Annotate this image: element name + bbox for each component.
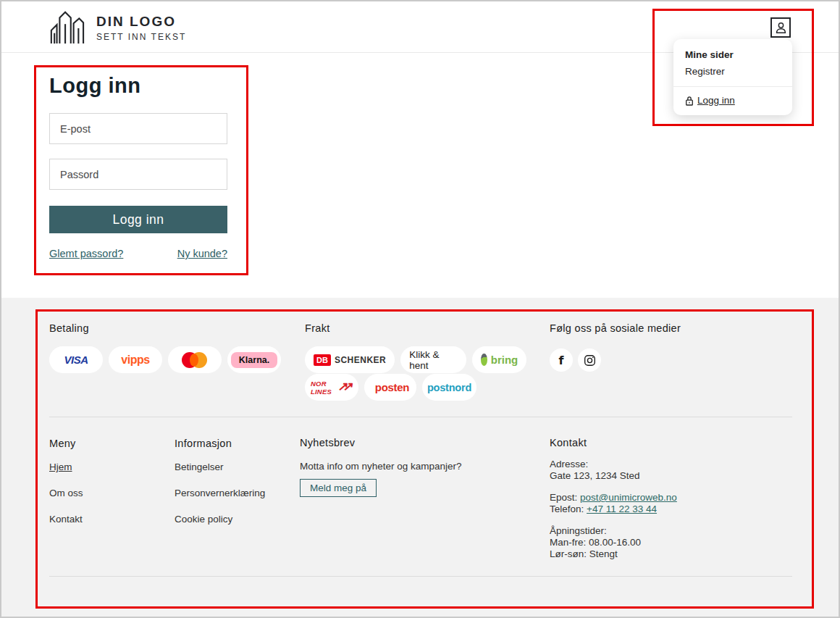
contact-phone-line: Telefon: +47 11 22 33 44 [550, 504, 677, 515]
contact-hours-label: Åpningstider: [550, 525, 677, 537]
norlines-arrows-icon: ↗↗ [337, 379, 349, 394]
contact-address-label: Adresse: [550, 459, 677, 470]
facebook-icon: f [559, 354, 564, 367]
payment-heading: Betaling [49, 322, 89, 334]
contact-email-line: Epost: post@unimicroweb.no [550, 492, 677, 504]
instagram-link[interactable] [578, 348, 601, 372]
info-item-betingelser[interactable]: Betingelser [175, 462, 224, 472]
newsletter-signup-button[interactable]: Meld meg på [300, 479, 377, 497]
login-title: Logg inn [49, 74, 140, 98]
click-collect-label: Klikk & hent [409, 349, 458, 371]
info-item-cookie-policy[interactable]: Cookie policy [175, 514, 232, 525]
forgot-password-link[interactable]: Glemt passord? [49, 248, 123, 259]
user-icon [774, 21, 788, 35]
contact-hours-weekdays: Man-fre: 08.00-16.00 [550, 537, 677, 548]
login-links: Glemt passord? Ny kunde? [49, 248, 227, 259]
dropdown-login-link[interactable]: Logg inn [685, 95, 781, 106]
contact-heading: Kontakt [550, 437, 587, 448]
visa-icon: VISA [64, 354, 88, 366]
db-schenker-badge: DB SCHENKER [305, 346, 395, 373]
menu-item-kontakt[interactable]: Kontakt [49, 514, 83, 525]
bring-badge: bring [472, 346, 526, 373]
logo-text: DIN LOGO SETT INN TEKST [96, 14, 186, 42]
contact-address: Gate 123, 1234 Sted [550, 470, 677, 482]
page: DIN LOGO SETT INN TEKST Mine sider Regis… [0, 0, 840, 618]
new-customer-link[interactable]: Ny kunde? [177, 248, 227, 259]
email-input[interactable] [49, 113, 227, 144]
footer-divider-top [49, 417, 792, 417]
buildings-logo-icon [47, 9, 86, 46]
menu-item-hjem[interactable]: Hjem [49, 462, 72, 472]
newsletter-text: Motta info om nyheter og kampanjer? [300, 461, 462, 472]
information-heading: Informasjon [175, 438, 232, 449]
payment-badges: VISA vipps Klarna. [49, 346, 281, 373]
visa-badge: VISA [49, 346, 103, 373]
contact-hours-weekend: Lør-søn: Stengt [550, 548, 677, 560]
menu-heading: Meny [49, 438, 76, 449]
contact-block: Adresse: Gate 123, 1234 Sted Epost: post… [550, 459, 677, 560]
footer-divider-bottom [49, 576, 792, 577]
shipping-badges-row2: NOR LINES ↗↗ posten postnord [305, 374, 476, 401]
contact-phone-link[interactable]: +47 11 22 33 44 [587, 504, 657, 514]
logo-title: DIN LOGO [96, 14, 186, 30]
menu-item-om-oss[interactable]: Om oss [49, 488, 83, 498]
klarna-badge: Klarna. [227, 346, 281, 373]
facebook-link[interactable]: f [550, 348, 573, 372]
db-icon: DB [314, 354, 331, 366]
mastercard-icon [180, 351, 209, 369]
schenker-label: SCHENKER [335, 355, 386, 365]
vipps-badge: vipps [109, 346, 162, 373]
posten-label: posten [375, 381, 409, 393]
klarna-icon: Klarna. [231, 352, 277, 368]
account-dropdown: Mine sider Registrer Logg inn [673, 39, 792, 115]
logo-subtitle: SETT INN TEKST [96, 32, 186, 42]
shipping-heading: Frakt [305, 322, 330, 334]
newsletter-heading: Nyhetsbrev [300, 437, 355, 448]
contact-email-link[interactable]: post@unimicroweb.no [580, 492, 677, 503]
norlines-label: NOR LINES [311, 380, 335, 396]
contact-phone-label: Telefon: [550, 504, 584, 514]
login-submit-button[interactable]: Logg inn [49, 206, 227, 233]
dropdown-title: Mine sider [685, 49, 781, 60]
click-collect-badge: Klikk & hent [400, 346, 466, 373]
shipping-badges-row1: DB SCHENKER Klikk & hent bring [305, 346, 526, 373]
account-button[interactable] [770, 17, 791, 38]
password-input[interactable] [49, 159, 227, 190]
register-link[interactable]: Registrer [685, 66, 781, 77]
dropdown-divider [673, 86, 792, 87]
contact-email-label: Epost: [550, 492, 577, 503]
dropdown-login-label: Logg inn [697, 95, 735, 106]
postnord-icon: postnord [427, 382, 471, 393]
instagram-icon [584, 354, 596, 367]
mastercard-badge [168, 346, 222, 373]
info-item-personvern[interactable]: Personvernerklæring [175, 488, 265, 498]
social-heading: Følg oss på sosiale medier [550, 322, 681, 334]
bring-label: bring [491, 354, 518, 366]
social-icons: f [550, 348, 601, 372]
vipps-icon: vipps [121, 354, 149, 367]
postnord-badge: postnord [422, 374, 476, 401]
footer: Betaling VISA vipps Klarna. Frakt DB SCH… [1, 298, 839, 617]
norlines-badge: NOR LINES ↗↗ [305, 374, 358, 401]
posten-badge: posten [364, 374, 416, 401]
site-logo[interactable]: DIN LOGO SETT INN TEKST [47, 9, 186, 46]
bring-icon [481, 354, 487, 366]
lock-icon [685, 96, 694, 106]
